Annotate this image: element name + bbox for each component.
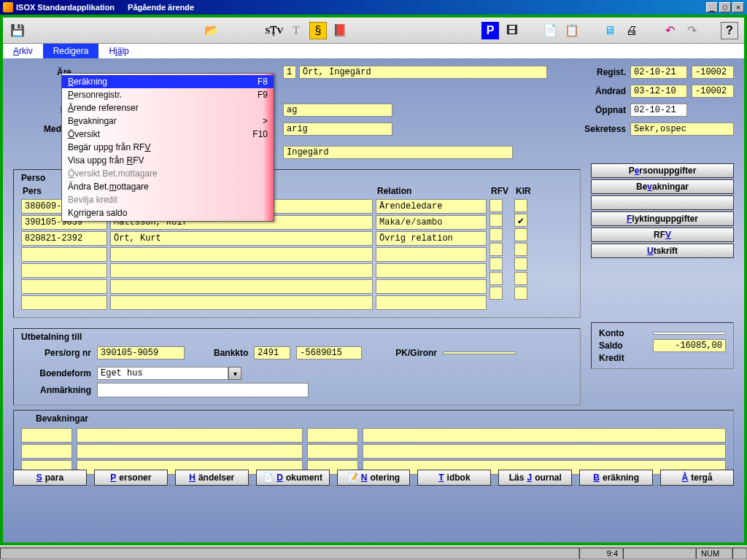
side-button[interactable]: Flyktinguppgifter	[591, 211, 734, 226]
handelser-button[interactable]: Händelser	[175, 470, 249, 486]
pkgiro-field[interactable]	[443, 351, 516, 354]
bevak-cell[interactable]	[363, 444, 726, 459]
menu-item[interactable]: Personregistr.F9	[62, 88, 274, 101]
menu-hjalp[interactable]: Hjälp	[98, 44, 139, 58]
name-cell[interactable]	[110, 247, 373, 262]
menu-item[interactable]: Bevakningar>	[62, 114, 274, 128]
andrad-code[interactable]: -10002	[692, 85, 734, 98]
pnr-cell[interactable]	[21, 263, 107, 278]
bevak-cell[interactable]	[21, 444, 72, 459]
relation-cell[interactable]	[376, 295, 487, 310]
kir-checkbox[interactable]	[514, 272, 527, 285]
aterga-button[interactable]: Återgå	[660, 470, 734, 486]
pnr-cell[interactable]	[21, 295, 107, 310]
bevak-cell[interactable]	[77, 444, 303, 459]
maximize-button[interactable]: ▢	[719, 2, 731, 12]
sekretess-value[interactable]: Sekr,ospec	[630, 122, 734, 136]
pnr-cell[interactable]	[21, 247, 107, 262]
help-book-icon[interactable]: 📕	[331, 22, 349, 39]
menu-item[interactable]: BeräkningF8	[62, 75, 274, 88]
kir-checkbox[interactable]	[514, 257, 527, 271]
menu-item[interactable]: Ärende referenser	[62, 101, 274, 114]
bevak-cell[interactable]	[21, 428, 72, 443]
dokument-button[interactable]: 📄Dokument	[256, 470, 330, 486]
rfv-checkbox[interactable]	[489, 214, 503, 227]
relation-cell[interactable]: Ärendeledare	[376, 199, 487, 214]
bevak-cell[interactable]	[77, 428, 303, 443]
save-icon[interactable]: 💾	[9, 22, 26, 39]
menu-item[interactable]: Begär uppg från RFV	[62, 141, 274, 154]
anmarkning-field[interactable]	[97, 383, 309, 397]
screen-icon[interactable]: 🖥	[601, 22, 619, 39]
name-cell[interactable]: Ört, Kurt	[110, 231, 373, 246]
redo-icon[interactable]: ↷	[683, 22, 700, 39]
film-icon[interactable]: 🎞	[503, 22, 521, 39]
stv-icon[interactable]: SṬV	[266, 22, 283, 39]
regist-date[interactable]: 02-10-21	[630, 66, 687, 79]
konto-field[interactable]	[653, 332, 726, 335]
person-name-field[interactable]: Ingegärd	[283, 146, 513, 159]
rfv-checkbox[interactable]	[489, 243, 503, 256]
menu-item[interactable]: Korrigera saldo	[62, 206, 274, 219]
personer-button[interactable]: Personer	[94, 470, 168, 486]
print-icon[interactable]: 🖨	[623, 22, 640, 39]
section-icon[interactable]: §	[309, 22, 327, 39]
rfv-checkbox[interactable]	[489, 272, 503, 285]
menu-arkiv[interactable]: Arkiv	[3, 44, 43, 58]
copy-icon[interactable]: 📄	[541, 22, 559, 39]
parking-icon[interactable]: P	[481, 22, 499, 39]
name-cell[interactable]	[110, 279, 373, 294]
close-button[interactable]: ✕	[732, 2, 744, 12]
rfv-checkbox[interactable]	[489, 257, 503, 271]
undo-close-icon[interactable]: ↶	[661, 22, 678, 39]
relation-cell[interactable]: Övrig relation	[376, 231, 487, 246]
bankkto-field1[interactable]: 2491	[254, 346, 290, 359]
boendeform-dropdown-btn[interactable]: ▾	[228, 367, 241, 380]
kir-checkbox[interactable]	[514, 243, 527, 256]
side-button[interactable]: RFV	[591, 228, 734, 242]
hand-value[interactable]: ag	[283, 104, 392, 117]
open-case-icon[interactable]: 📂	[203, 22, 220, 39]
pnr-cell[interactable]: 820821-2392	[21, 231, 107, 246]
regist-code[interactable]: -10002	[692, 66, 734, 79]
name-cell[interactable]	[110, 295, 373, 310]
kir-checkbox[interactable]	[514, 287, 527, 300]
menu-redigera[interactable]: Redigera	[43, 44, 99, 58]
andrad-date[interactable]: 03-12-10	[630, 85, 687, 98]
side-button[interactable]	[591, 195, 734, 210]
menu-item[interactable]: ÖversiktF10	[62, 128, 274, 141]
tidbok-button[interactable]: Tidbok	[417, 470, 491, 486]
side-button[interactable]: Personuppgifter	[591, 163, 734, 178]
rfv-checkbox[interactable]	[489, 287, 503, 300]
medhand-value[interactable]: arig	[283, 122, 392, 136]
relation-cell[interactable]: Maka/e/sambo	[376, 215, 487, 230]
menu-item[interactable]: Visa uppg från RFV	[62, 154, 274, 167]
persorg-field[interactable]: 390105-9059	[97, 346, 185, 359]
notering-button[interactable]: 📝Notering	[337, 470, 411, 486]
arende-namn[interactable]: Ört, Ingegärd	[299, 66, 547, 79]
bevak-cell[interactable]	[307, 444, 358, 459]
spara-button[interactable]: Spara	[13, 470, 87, 486]
berakning-button[interactable]: Beräkning	[579, 470, 653, 486]
kir-checkbox[interactable]	[514, 199, 527, 212]
boendeform-combo[interactable]: Eget hus	[97, 367, 228, 380]
bevak-cell[interactable]	[307, 428, 358, 443]
arende-nr[interactable]: 1	[283, 66, 296, 79]
menu-item[interactable]: Ändra Bet.mottagare	[62, 180, 274, 193]
text-icon[interactable]: T	[287, 22, 305, 39]
pnr-cell[interactable]	[21, 279, 107, 294]
paste-icon[interactable]: 📋	[563, 22, 581, 39]
side-button[interactable]: Utskrift	[591, 244, 734, 258]
side-button[interactable]: Bevakningar	[591, 179, 734, 194]
relation-cell[interactable]	[376, 263, 487, 278]
minimize-button[interactable]: _	[706, 2, 718, 12]
bevak-cell[interactable]	[363, 428, 726, 443]
kir-checkbox[interactable]	[514, 228, 527, 241]
relation-cell[interactable]	[376, 279, 487, 294]
bankkto-field2[interactable]: -5689015	[296, 346, 362, 359]
journal-button[interactable]: Läs Journal	[498, 470, 572, 486]
rfv-checkbox[interactable]	[489, 199, 503, 212]
oppnat-date[interactable]: 02-10-21	[630, 104, 687, 117]
name-cell[interactable]	[110, 263, 373, 278]
help-icon[interactable]: ?	[721, 22, 738, 39]
